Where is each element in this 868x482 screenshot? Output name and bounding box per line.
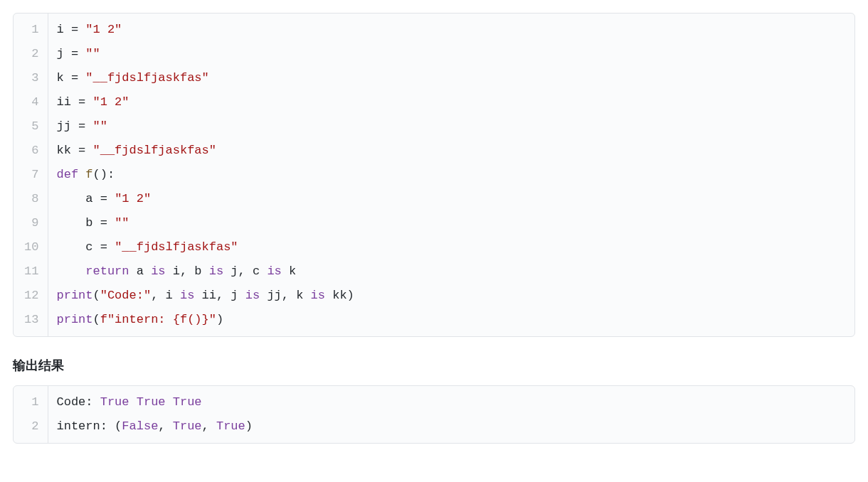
token: f"intern: {f()}" [100, 313, 216, 326]
line-number: 1 [14, 386, 48, 414]
token: a = [57, 192, 115, 205]
line-number: 7 [14, 163, 48, 187]
code-row: 5jj = "" [14, 114, 854, 139]
code-row: 6kk = "__fjdslfjaskfas" [14, 139, 854, 163]
line-content: ii = "1 2" [48, 90, 854, 114]
token: b = [57, 216, 115, 230]
line-number: 2 [14, 42, 48, 66]
token: True [173, 419, 202, 433]
token: , [158, 419, 172, 433]
token: ii, j [194, 289, 245, 302]
token: , [202, 419, 216, 433]
line-number: 10 [14, 235, 48, 259]
token: def [57, 168, 79, 181]
token: "Code:" [100, 289, 151, 302]
token: (): [93, 168, 115, 181]
token: jj = [57, 119, 93, 133]
line-content: Code: True True True [48, 386, 854, 414]
token: a [129, 264, 152, 278]
line-number: 5 [14, 114, 48, 139]
token: k = [57, 71, 86, 85]
token: print [57, 289, 93, 302]
line-number: 9 [14, 211, 48, 235]
token: ) [245, 419, 253, 433]
line-number: 12 [14, 284, 48, 308]
token: k [282, 264, 296, 278]
token: "" [115, 216, 129, 230]
token: return [85, 264, 129, 278]
token: ii = [57, 95, 93, 109]
line-content: i = "1 2" [48, 14, 854, 42]
output-block: 1Code: True True True2intern: (False, Tr… [13, 385, 855, 444]
line-number: 13 [14, 308, 48, 336]
code-row: 3k = "__fjdslfjaskfas" [14, 66, 854, 90]
token [166, 395, 173, 409]
line-content: print("Code:", i is ii, j is jj, k is kk… [48, 284, 854, 308]
code-row: 1i = "1 2" [14, 14, 854, 42]
line-content: def f(): [48, 163, 854, 187]
token: ( [93, 289, 100, 302]
token: is [267, 264, 281, 278]
token: is [209, 264, 223, 278]
token: "__fjdslfjaskfas" [85, 71, 208, 85]
token: is [311, 289, 325, 302]
token: "1 2" [85, 23, 122, 36]
line-number: 6 [14, 139, 48, 163]
output-table: 1Code: True True True2intern: (False, Tr… [14, 386, 854, 443]
source-code-table: 1i = "1 2"2j = ""3k = "__fjdslfjaskfas"4… [14, 14, 854, 336]
code-row: 8 a = "1 2" [14, 187, 854, 211]
token: i, b [166, 264, 209, 278]
token: "__fjdslfjaskfas" [115, 240, 238, 254]
token: False [122, 419, 158, 433]
token: is [151, 264, 165, 278]
line-content: b = "" [48, 211, 854, 235]
line-number: 11 [14, 259, 48, 284]
token: kk) [325, 289, 354, 302]
line-content: return a is i, b is j, c is k [48, 259, 854, 284]
token: True [173, 395, 202, 409]
code-row: 11 return a is i, b is j, c is k [14, 259, 854, 284]
token: ( [93, 313, 100, 326]
line-number: 4 [14, 90, 48, 114]
token: i = [57, 23, 86, 36]
line-number: 1 [14, 14, 48, 42]
token: c = [57, 240, 115, 254]
token: True [100, 395, 129, 409]
token [57, 264, 86, 278]
output-row: 1Code: True True True [14, 386, 854, 414]
code-row: 7def f(): [14, 163, 854, 187]
line-content: a = "1 2" [48, 187, 854, 211]
line-content: k = "__fjdslfjaskfas" [48, 66, 854, 90]
token: kk = [57, 144, 93, 157]
token: Code: [57, 395, 100, 409]
code-row: 9 b = "" [14, 211, 854, 235]
token: "1 2" [93, 95, 129, 109]
line-number: 8 [14, 187, 48, 211]
line-content: c = "__fjdslfjaskfas" [48, 235, 854, 259]
output-heading: 输出结果 [13, 357, 855, 374]
token: f [85, 168, 92, 181]
code-row: 10 c = "__fjdslfjaskfas" [14, 235, 854, 259]
code-row: 4ii = "1 2" [14, 90, 854, 114]
source-code-block: 1i = "1 2"2j = ""3k = "__fjdslfjaskfas"4… [13, 13, 855, 337]
line-number: 2 [14, 414, 48, 443]
token [129, 395, 137, 409]
token: "1 2" [115, 192, 151, 205]
line-content: kk = "__fjdslfjaskfas" [48, 139, 854, 163]
line-content: intern: (False, True, True) [48, 414, 854, 443]
code-row: 2j = "" [14, 42, 854, 66]
token: is [245, 289, 260, 302]
token: jj, k [260, 289, 310, 302]
code-row: 12print("Code:", i is ii, j is jj, k is … [14, 284, 854, 308]
line-content: print(f"intern: {f()}") [48, 308, 854, 336]
token: intern: ( [57, 419, 122, 433]
token: "__fjdslfjaskfas" [93, 144, 216, 157]
line-number: 3 [14, 66, 48, 90]
token: True [137, 395, 166, 409]
token: , i [151, 289, 180, 302]
output-row: 2intern: (False, True, True) [14, 414, 854, 443]
token: is [180, 289, 194, 302]
token [78, 168, 85, 181]
line-content: j = "" [48, 42, 854, 66]
code-row: 13print(f"intern: {f()}") [14, 308, 854, 336]
